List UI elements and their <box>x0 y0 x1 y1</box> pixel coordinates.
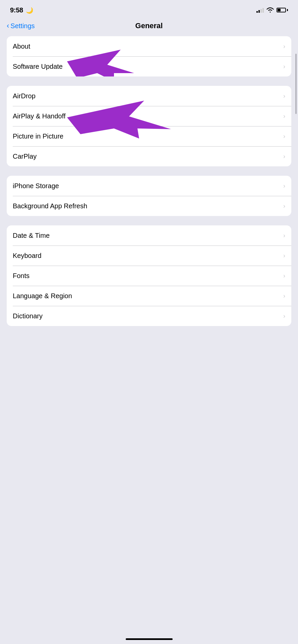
back-button[interactable]: ‹ Settings <box>7 22 35 30</box>
airplay-handoff-label: AirPlay & Handoff <box>13 112 66 120</box>
settings-row-carplay[interactable]: CarPlay › <box>7 146 291 166</box>
keyboard-right: › <box>283 252 285 259</box>
airdrop-right: › <box>283 93 285 100</box>
settings-row-picture-in-picture[interactable]: Picture in Picture › <box>7 126 291 146</box>
airplay-handoff-right: › <box>283 113 285 120</box>
dictionary-chevron-icon: › <box>283 313 285 320</box>
date-time-label: Date & Time <box>13 232 50 239</box>
airplay-handoff-chevron-icon: › <box>283 113 285 120</box>
battery-icon <box>277 8 288 12</box>
background-app-refresh-chevron-icon: › <box>283 203 285 210</box>
keyboard-chevron-icon: › <box>283 252 285 259</box>
settings-row-language-region[interactable]: Language & Region › <box>7 286 291 306</box>
about-right: › <box>283 43 285 50</box>
signal-icon <box>256 7 264 13</box>
settings-group-4: Date & Time › Keyboard › Fonts › Languag… <box>7 225 291 326</box>
scrollbar[interactable] <box>295 54 297 114</box>
settings-row-date-time[interactable]: Date & Time › <box>7 225 291 246</box>
language-region-chevron-icon: › <box>283 292 285 300</box>
iphone-storage-chevron-icon: › <box>283 182 285 190</box>
settings-group-1: About › Software Update › <box>7 36 291 76</box>
wifi-icon <box>266 7 274 13</box>
home-indicator-area <box>0 638 298 640</box>
iphone-storage-label: iPhone Storage <box>13 182 59 190</box>
iphone-storage-right: › <box>283 182 285 190</box>
background-app-refresh-label: Background App Refresh <box>13 202 87 210</box>
settings-group-2: AirDrop › AirPlay & Handoff › Picture in… <box>7 86 291 166</box>
carplay-label: CarPlay <box>13 153 37 160</box>
background-app-refresh-right: › <box>283 203 285 210</box>
fonts-chevron-icon: › <box>283 272 285 279</box>
keyboard-label: Keyboard <box>13 252 42 260</box>
carplay-chevron-icon: › <box>283 153 285 160</box>
about-chevron-icon: › <box>283 43 285 50</box>
home-indicator <box>126 638 173 640</box>
settings-group-3: iPhone Storage › Background App Refresh … <box>7 176 291 216</box>
nav-header: ‹ Settings General <box>0 18 298 36</box>
date-time-right: › <box>283 232 285 239</box>
settings-row-dictionary[interactable]: Dictionary › <box>7 306 291 326</box>
status-time-area: 9:58 🌙 <box>10 6 33 14</box>
software-update-chevron-icon: › <box>283 63 285 70</box>
page-title: General <box>135 21 163 30</box>
settings-row-background-app-refresh[interactable]: Background App Refresh › <box>7 196 291 216</box>
settings-row-iphone-storage[interactable]: iPhone Storage › <box>7 176 291 196</box>
language-region-label: Language & Region <box>13 292 72 300</box>
software-update-label: Software Update <box>13 63 63 70</box>
date-time-chevron-icon: › <box>283 232 285 239</box>
status-time: 9:58 <box>10 6 23 14</box>
software-update-right: › <box>283 63 285 70</box>
dictionary-right: › <box>283 313 285 320</box>
settings-row-keyboard[interactable]: Keyboard › <box>7 246 291 266</box>
picture-in-picture-chevron-icon: › <box>283 133 285 140</box>
settings-content: About › Software Update › AirDrop › <box>0 36 298 326</box>
carplay-right: › <box>283 153 285 160</box>
airdrop-label: AirDrop <box>13 92 36 100</box>
picture-in-picture-right: › <box>283 133 285 140</box>
picture-in-picture-label: Picture in Picture <box>13 132 63 140</box>
airdrop-chevron-icon: › <box>283 93 285 100</box>
fonts-label: Fonts <box>13 272 29 280</box>
status-icons <box>256 7 288 13</box>
status-bar: 9:58 🌙 <box>0 0 298 18</box>
settings-row-airplay-handoff[interactable]: AirPlay & Handoff › <box>7 106 291 126</box>
language-region-right: › <box>283 292 285 300</box>
dictionary-label: Dictionary <box>13 312 43 320</box>
back-label: Settings <box>10 22 35 30</box>
fonts-right: › <box>283 272 285 279</box>
settings-row-fonts[interactable]: Fonts › <box>7 266 291 286</box>
moon-icon: 🌙 <box>26 7 33 14</box>
settings-row-about[interactable]: About › <box>7 36 291 56</box>
about-label: About <box>13 43 30 50</box>
settings-row-software-update[interactable]: Software Update › <box>7 56 291 76</box>
back-chevron-icon: ‹ <box>7 22 9 30</box>
settings-row-airdrop[interactable]: AirDrop › <box>7 86 291 106</box>
